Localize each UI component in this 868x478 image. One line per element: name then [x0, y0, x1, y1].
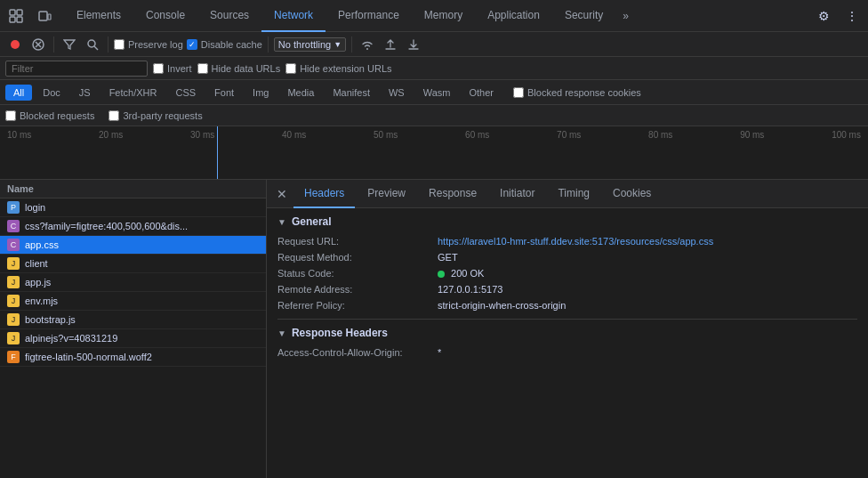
prop-value-request-url[interactable]: https://laravel10-hmr-stuff.ddev.site:51…	[438, 236, 713, 247]
type-btn-font[interactable]: Font	[206, 85, 242, 101]
status-dot	[438, 271, 445, 278]
prop-request-url: Request URL: https://laravel10-hmr-stuff…	[277, 235, 857, 247]
tab-performance[interactable]: Performance	[326, 0, 412, 32]
file-name-app-js: app.js	[25, 277, 51, 288]
hide-extension-label[interactable]: Hide extension URLs	[285, 63, 391, 74]
svg-point-6	[11, 40, 20, 49]
blocked-cookies-checkbox[interactable]	[513, 87, 524, 98]
type-btn-doc[interactable]: Doc	[35, 85, 68, 101]
tab-memory[interactable]: Memory	[412, 0, 475, 32]
svg-rect-1	[17, 10, 22, 15]
settings-icon[interactable]: ⚙	[811, 4, 836, 28]
tab-application[interactable]: Application	[475, 0, 552, 32]
file-name-env-mjs: env.mjs	[25, 296, 58, 306]
third-party-label[interactable]: 3rd-party requests	[108, 110, 202, 121]
type-btn-wasm[interactable]: Wasm	[415, 85, 459, 101]
preserve-log-label[interactable]: Preserve log	[114, 39, 183, 50]
section-divider	[277, 319, 857, 320]
file-item-figtree-font[interactable]: F figtree-latin-500-normal.woff2	[0, 348, 266, 367]
file-item-app-js[interactable]: J app.js	[0, 273, 266, 292]
inspect-icon[interactable]	[4, 4, 28, 28]
filter-input[interactable]	[5, 61, 148, 77]
blocked-requests-checkbox[interactable]	[5, 110, 16, 121]
throttle-arrow-icon: ▼	[334, 40, 342, 49]
file-name-login: login	[25, 202, 45, 213]
prop-access-control: Access-Control-Allow-Origin: *	[277, 346, 857, 359]
download-icon[interactable]	[404, 35, 423, 54]
blocked-requests-label[interactable]: Blocked requests	[5, 110, 94, 121]
network-timeline: 10 ms 20 ms 30 ms 40 ms 50 ms 60 ms 70 m…	[0, 126, 868, 180]
tab-sources[interactable]: Sources	[197, 0, 261, 32]
file-name-bootstrap-js: bootstrap.js	[25, 314, 76, 325]
blocked-cookies-label[interactable]: Blocked response cookies	[513, 87, 641, 98]
panel-tab-preview[interactable]: Preview	[357, 180, 416, 208]
timeline-label-5: 60 ms	[465, 130, 489, 140]
divider-1	[53, 36, 54, 53]
clear-btn[interactable]	[28, 35, 48, 54]
file-icon-js-3: J	[7, 295, 20, 307]
invert-label[interactable]: Invert	[153, 63, 192, 74]
type-btn-css[interactable]: CSS	[167, 85, 204, 101]
disable-cache-label[interactable]: ✓ Disable cache	[187, 39, 262, 50]
prop-name-request-url: Request URL:	[277, 236, 438, 247]
more-options-icon[interactable]: ⋮	[840, 4, 864, 28]
file-item-css-family[interactable]: C css?family=figtree:400,500,600&dis...	[0, 217, 266, 236]
file-name-alpinejs: alpinejs?v=40831219	[25, 333, 117, 344]
type-btn-ws[interactable]: WS	[381, 85, 413, 101]
file-item-env-mjs[interactable]: J env.mjs	[0, 292, 266, 311]
file-icon-js-4: J	[7, 313, 20, 326]
svg-rect-5	[48, 14, 51, 20]
panel-tab-cookies[interactable]: Cookies	[602, 180, 662, 208]
tab-console[interactable]: Console	[133, 0, 197, 32]
prop-value-referrer-policy: strict-origin-when-cross-origin	[438, 300, 566, 311]
panel-tab-initiator[interactable]: Initiator	[489, 180, 545, 208]
divider-3	[268, 36, 269, 53]
response-headers-section-header[interactable]: ▼ Response Headers	[277, 327, 857, 339]
filter-btn[interactable]	[60, 35, 79, 54]
upload-icon[interactable]	[381, 35, 400, 54]
type-btn-all[interactable]: All	[5, 85, 32, 101]
svg-point-10	[88, 40, 95, 47]
search-btn[interactable]	[83, 35, 102, 54]
type-btn-manifest[interactable]: Manifest	[325, 85, 378, 101]
panel-tab-timing[interactable]: Timing	[547, 180, 600, 208]
more-tabs-btn[interactable]: »	[615, 0, 636, 32]
type-btn-other[interactable]: Other	[461, 85, 502, 101]
file-item-bootstrap-js[interactable]: J bootstrap.js	[0, 311, 266, 329]
type-btn-img[interactable]: Img	[245, 85, 277, 101]
timeline-labels: 10 ms 20 ms 30 ms 40 ms 50 ms 60 ms 70 m…	[0, 130, 868, 140]
throttle-selector[interactable]: No throttling ▼	[274, 37, 346, 52]
invert-checkbox[interactable]	[153, 63, 164, 74]
file-item-client[interactable]: J client	[0, 255, 266, 273]
type-btn-js[interactable]: JS	[71, 85, 99, 101]
close-panel-btn[interactable]: ✕	[272, 184, 292, 204]
tab-security[interactable]: Security	[552, 0, 615, 32]
record-stop-btn[interactable]	[5, 35, 25, 54]
prop-value-access-control: *	[438, 347, 441, 358]
preserve-log-checkbox[interactable]	[114, 39, 125, 50]
file-icon-css-2: C	[7, 239, 20, 251]
general-section-header[interactable]: ▼ General	[277, 215, 857, 228]
third-party-checkbox[interactable]	[108, 110, 119, 121]
panel-tab-response[interactable]: Response	[418, 180, 487, 208]
hide-extension-checkbox[interactable]	[285, 63, 296, 74]
panel-tab-headers[interactable]: Headers	[293, 180, 355, 208]
hide-data-urls-label[interactable]: Hide data URLs	[197, 63, 281, 74]
extra-checkboxes-row: Blocked requests 3rd-party requests	[0, 105, 868, 126]
device-icon[interactable]	[32, 4, 57, 28]
main-area: Name P login C css?family=figtree:400,50…	[0, 180, 868, 478]
tab-elements[interactable]: Elements	[64, 0, 133, 32]
file-item-app-css[interactable]: C app.css	[0, 236, 266, 255]
type-btn-fetch[interactable]: Fetch/XHR	[101, 85, 165, 101]
file-icon-js-2: J	[7, 276, 20, 288]
hide-data-urls-checkbox[interactable]	[197, 63, 208, 74]
file-item-login[interactable]: P login	[0, 198, 266, 217]
file-item-alpinejs[interactable]: J alpinejs?v=40831219	[0, 329, 266, 348]
timeline-label-8: 90 ms	[740, 130, 764, 140]
tab-network[interactable]: Network	[261, 0, 326, 32]
svg-rect-3	[17, 17, 22, 22]
file-name-css-family: css?family=figtree:400,500,600&dis...	[25, 221, 188, 231]
timeline-label-2: 30 ms	[190, 130, 214, 140]
wifi-icon[interactable]	[358, 35, 377, 54]
type-btn-media[interactable]: Media	[279, 85, 322, 101]
